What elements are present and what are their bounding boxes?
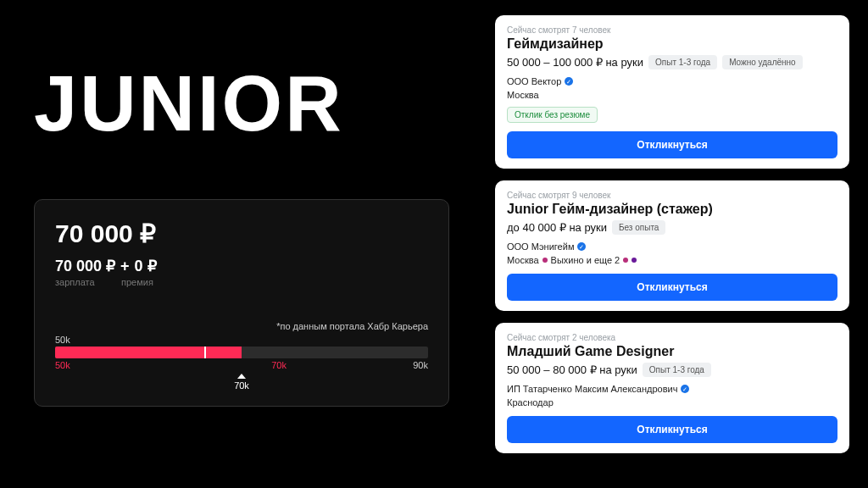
- verified-icon: ✓: [565, 77, 573, 86]
- bonus-label: премия: [121, 277, 153, 287]
- location-text: Москва: [507, 90, 539, 100]
- salary-total: 70 000 ₽: [55, 219, 428, 248]
- salary-row: 50 000 – 100 000 ₽ на рукиОпыт 1-3 годаМ…: [507, 55, 837, 69]
- company-row[interactable]: ООО Мэнигейм✓: [507, 241, 837, 252]
- bar-median: [204, 347, 206, 358]
- job-card[interactable]: Сейчас смотрят 2 человекаМладший Game De…: [495, 323, 849, 453]
- salary-text: 50 000 – 80 000 ₽ на руки: [507, 363, 637, 376]
- location-row: Краснодар: [507, 397, 837, 408]
- location-row: МоскваВыхино и еще 2: [507, 255, 837, 265]
- location-row: Москва: [507, 90, 837, 100]
- tag-pill: Опыт 1-3 года: [643, 363, 711, 377]
- salary-bonus: 0 ₽: [135, 257, 157, 275]
- job-title[interactable]: Геймдизайнер: [507, 36, 837, 52]
- tick-max: 90k: [413, 360, 428, 370]
- plus-sign: +: [120, 258, 130, 275]
- viewers-text: Сейчас смотрят 7 человек: [507, 25, 837, 35]
- salary-card: 70 000 ₽ 70 000 ₽ + 0 ₽ зарплата премия …: [34, 199, 449, 407]
- company-name: ООО Вектор: [507, 76, 561, 86]
- job-title[interactable]: Junior Гейм-дизайнер (стажер): [507, 202, 837, 217]
- location-text: Москва: [507, 255, 539, 265]
- axis-start-label: 50k: [55, 335, 428, 345]
- metro-text: Выхино и еще 2: [551, 255, 620, 265]
- axis-bottom: 50k 70k 90k: [55, 360, 428, 374]
- apply-button[interactable]: Откликнуться: [507, 131, 837, 158]
- salary-row: 50 000 – 80 000 ₽ на рукиОпыт 1-3 года: [507, 363, 837, 377]
- verified-icon: ✓: [577, 242, 586, 251]
- tick-high: 70k: [271, 360, 287, 370]
- job-card[interactable]: Сейчас смотрят 9 человекJunior Гейм-диза…: [495, 180, 849, 311]
- company-name: ИП Татарченко Максим Александрович: [507, 384, 677, 394]
- salary-row: до 40 000 ₽ на рукиБез опыта: [507, 220, 837, 235]
- no-resume-badge: Отклик без резюме: [507, 107, 598, 123]
- company-row[interactable]: ООО Вектор✓: [507, 76, 837, 86]
- company-row[interactable]: ИП Татарченко Максим Александрович✓: [507, 384, 837, 394]
- tag-pill: Опыт 1-3 года: [648, 55, 717, 69]
- job-list: Сейчас смотрят 7 человекГеймдизайнер50 0…: [495, 15, 849, 453]
- location-text: Краснодар: [507, 397, 554, 408]
- company-name: ООО Мэнигейм: [507, 241, 574, 252]
- verified-icon: ✓: [681, 385, 689, 393]
- salary-sublabels: зарплата премия: [55, 277, 428, 287]
- apply-button[interactable]: Откликнуться: [507, 416, 837, 443]
- source-note: *по данным портала Хабр Карьера: [55, 321, 428, 331]
- metro-dot-icon: [623, 258, 628, 263]
- marker-triangle-icon: [237, 374, 246, 379]
- tag-pill: Без опыта: [612, 220, 665, 235]
- viewers-text: Сейчас смотрят 2 человека: [507, 333, 837, 342]
- metro-dot-icon: [632, 258, 637, 263]
- salary-text: 50 000 – 100 000 ₽ на руки: [507, 56, 643, 69]
- salary-text: до 40 000 ₽ на руки: [507, 221, 607, 234]
- apply-button[interactable]: Откликнуться: [507, 274, 837, 301]
- tick-low: 50k: [55, 360, 70, 370]
- salary-range-bar: [55, 347, 428, 358]
- page-title: JUNIOR: [34, 59, 441, 148]
- viewers-text: Сейчас смотрят 9 человек: [507, 191, 837, 200]
- base-label: зарплата: [55, 277, 120, 287]
- marker-label: 70k: [234, 380, 249, 391]
- marker-row: 70k: [55, 374, 428, 391]
- job-title[interactable]: Младший Game Designer: [507, 344, 837, 359]
- salary-base: 70 000 ₽: [55, 257, 115, 275]
- tag-pill: Можно удалённо: [722, 55, 803, 69]
- bar-fill: [55, 347, 242, 358]
- salary-breakdown: 70 000 ₽ + 0 ₽: [55, 257, 428, 275]
- job-card[interactable]: Сейчас смотрят 7 человекГеймдизайнер50 0…: [495, 15, 849, 169]
- metro-dot-icon: [542, 258, 548, 263]
